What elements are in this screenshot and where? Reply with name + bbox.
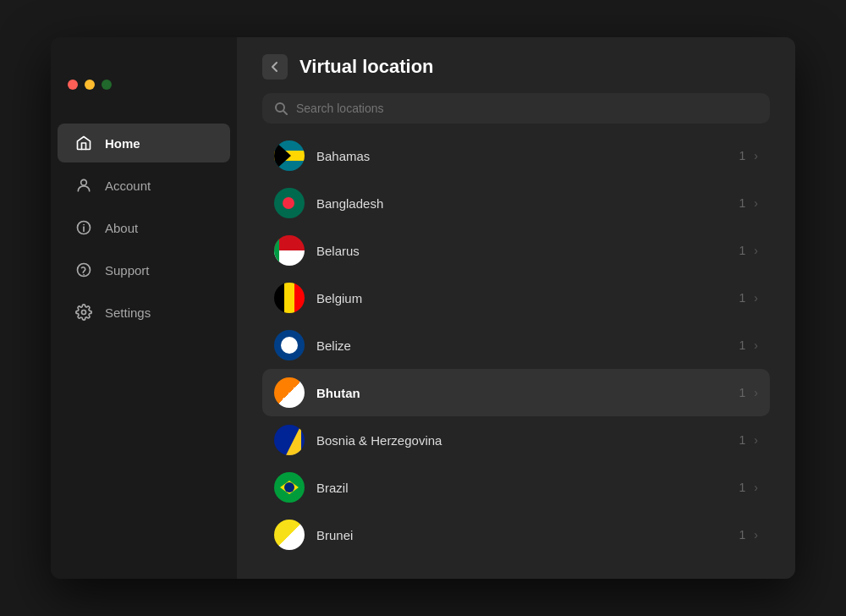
location-count: 1 (739, 338, 746, 352)
search-icon (274, 102, 288, 115)
location-count: 1 (739, 291, 746, 305)
location-name: Bhutan (316, 386, 728, 400)
svg-point-5 (84, 274, 85, 275)
app-window: Home Account (51, 37, 795, 579)
sidebar-item-settings[interactable]: Settings (58, 293, 230, 332)
chevron-right-icon: › (754, 196, 758, 210)
flag-brazil (274, 472, 305, 503)
sidebar-item-about[interactable]: About (58, 208, 230, 247)
sidebar-item-home-label: Home (105, 136, 140, 151)
location-right: 1 › (739, 291, 758, 305)
location-name: Belize (316, 338, 728, 353)
sidebar: Home Account (51, 37, 237, 579)
chevron-right-icon: › (754, 386, 758, 399)
location-count: 1 (739, 528, 746, 542)
location-name: Brazil (316, 481, 728, 495)
list-item[interactable]: Bulgaria 1 › (262, 558, 770, 562)
top-bar: Virtual location (262, 54, 770, 80)
traffic-lights (51, 80, 237, 90)
sidebar-item-account[interactable]: Account (58, 166, 230, 205)
location-count: 1 (739, 149, 746, 162)
svg-line-8 (283, 111, 287, 114)
location-count: 1 (739, 244, 746, 257)
flag-bosnia (274, 425, 305, 455)
support-icon (74, 261, 93, 279)
chevron-right-icon: › (754, 149, 758, 162)
location-name: Belarus (316, 244, 728, 258)
flag-belize (274, 330, 305, 360)
main-content: Virtual location Bahamas 1 › Ban (237, 37, 795, 579)
search-input[interactable] (296, 102, 758, 115)
list-item[interactable]: Belize 1 › (262, 322, 770, 369)
chevron-right-icon: › (754, 528, 758, 542)
location-right: 1 › (739, 338, 758, 352)
flag-bahamas (274, 140, 305, 171)
chevron-right-icon: › (754, 481, 758, 494)
sidebar-item-home[interactable]: Home (58, 124, 230, 162)
chevron-right-icon: › (754, 338, 758, 352)
flag-bangladesh (274, 188, 305, 218)
sidebar-nav: Home Account (51, 115, 237, 340)
sidebar-item-support[interactable]: Support (58, 250, 230, 289)
list-item[interactable]: Brunei 1 › (262, 511, 770, 558)
search-bar[interactable] (262, 93, 770, 124)
close-button[interactable] (68, 80, 78, 90)
location-count: 1 (739, 386, 746, 399)
location-count: 1 (739, 433, 746, 447)
list-item[interactable]: Bangladesh 1 › (262, 179, 770, 227)
location-right: 1 › (739, 528, 758, 542)
flag-bhutan (274, 377, 305, 408)
sidebar-item-support-label: Support (105, 263, 150, 278)
about-icon (74, 218, 93, 237)
svg-point-0 (81, 179, 87, 185)
location-right: 1 › (739, 433, 758, 447)
location-name: Bosnia & Herzegovina (316, 433, 728, 448)
flag-belgium (274, 283, 305, 313)
list-item[interactable]: Bahamas 1 › (262, 132, 770, 179)
list-item[interactable]: Brazil 1 › (262, 464, 770, 511)
account-icon (74, 176, 93, 195)
location-right: 1 › (739, 244, 758, 257)
location-right: 1 › (739, 481, 758, 494)
back-button[interactable] (262, 54, 288, 80)
list-item[interactable]: Belarus 1 › (262, 227, 770, 274)
chevron-right-icon: › (754, 291, 758, 305)
location-count: 1 (739, 196, 746, 210)
list-item[interactable]: Bosnia & Herzegovina 1 › (262, 416, 770, 464)
settings-icon (74, 303, 93, 322)
location-count: 1 (739, 481, 746, 494)
page-title: Virtual location (299, 56, 434, 78)
location-name: Belgium (316, 291, 728, 305)
chevron-right-icon: › (754, 433, 758, 447)
svg-point-3 (84, 224, 85, 225)
sidebar-item-about-label: About (105, 221, 138, 235)
flag-belarus (274, 235, 305, 266)
sidebar-item-settings-label: Settings (105, 305, 151, 320)
svg-point-6 (82, 311, 86, 315)
fullscreen-button[interactable] (102, 80, 112, 90)
locations-list: Bahamas 1 › Bangladesh 1 › Belarus (262, 132, 770, 562)
home-icon (74, 134, 93, 152)
flag-brunei (274, 520, 305, 550)
location-right: 1 › (739, 149, 758, 162)
location-right: 1 › (739, 386, 758, 399)
minimize-button[interactable] (85, 80, 95, 90)
sidebar-item-account-label: Account (105, 179, 151, 193)
chevron-right-icon: › (754, 244, 758, 257)
location-name: Bahamas (316, 149, 728, 163)
location-right: 1 › (739, 196, 758, 210)
list-item[interactable]: Belgium 1 › (262, 274, 770, 322)
location-name: Brunei (316, 528, 728, 542)
location-name: Bangladesh (316, 196, 728, 211)
list-item[interactable]: Bhutan 1 › (262, 369, 770, 416)
